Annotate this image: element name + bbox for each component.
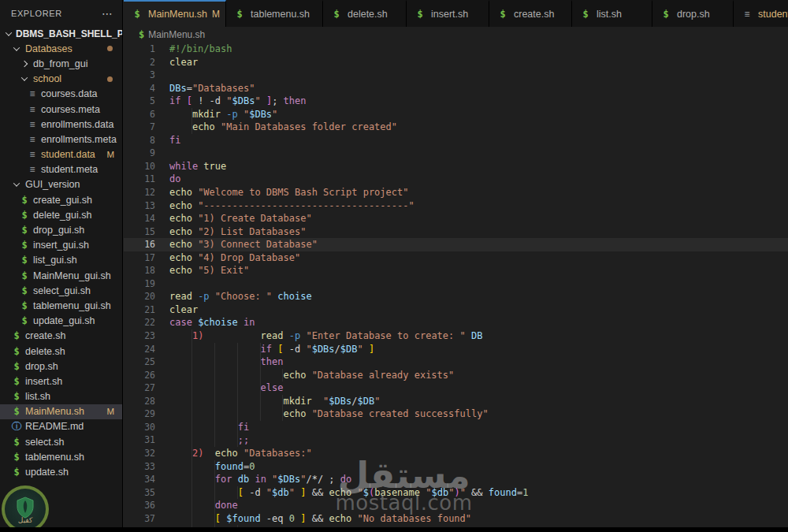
- line-number[interactable]: 20: [124, 290, 155, 303]
- code-line-18[interactable]: 18echo "5) Exit": [124, 264, 788, 277]
- tree-item-db-from-gui[interactable]: db_from_gui: [0, 56, 122, 71]
- tab-drop-sh[interactable]: $drop.sh: [652, 0, 734, 27]
- tree-item-databases[interactable]: Databases: [0, 41, 122, 56]
- more-actions-icon[interactable]: ⋯: [100, 9, 114, 17]
- code-line-32[interactable]: 32 2) echo "Databases:": [124, 447, 788, 460]
- tree-item-readme-md[interactable]: ⓘREADME.md: [0, 419, 122, 434]
- tree-item-drop-sh[interactable]: $drop.sh: [0, 359, 122, 374]
- tree-item-dbms-bash-shell-proj[interactable]: DBMS_BASH_SHELL_PROJ...: [0, 26, 122, 41]
- line-number[interactable]: 29: [124, 407, 155, 421]
- tree-item-tablemenu-sh[interactable]: $tablemenu.sh: [0, 449, 122, 464]
- code-line-5[interactable]: 5if [ ! -d "$DBs" ]; then: [124, 95, 788, 108]
- breadcrumb[interactable]: $ MainMenu.sh: [124, 27, 788, 43]
- tree-item-tablemenu-gui-sh[interactable]: $tablemenu_gui.sh: [0, 298, 122, 313]
- tree-item-enrollments-data[interactable]: ≡enrollments.data: [0, 117, 122, 132]
- line-number[interactable]: 32: [124, 447, 155, 460]
- code-line-20[interactable]: 20read -p "Choose: " choise: [124, 290, 788, 303]
- code-line-25[interactable]: 25 then: [124, 355, 788, 369]
- code-line-29[interactable]: 29 echo "Database created successfully": [124, 407, 788, 421]
- tree-item-insert-gui-sh[interactable]: $insert_gui.sh: [0, 238, 122, 253]
- line-number[interactable]: 13: [124, 199, 155, 213]
- tree-item-school[interactable]: school: [0, 72, 122, 87]
- tree-item-update-gui-sh[interactable]: $update_gui.sh: [0, 314, 122, 329]
- tree-item-select-sh[interactable]: $select.sh: [0, 434, 122, 449]
- code-line-7[interactable]: 7 echo "Main Databases folder created": [124, 121, 788, 134]
- line-number[interactable]: 9: [124, 147, 155, 160]
- code-line-9[interactable]: 9: [124, 147, 788, 160]
- code-line-14[interactable]: 14echo "1) Create Database": [124, 212, 788, 225]
- tree-item-update-sh[interactable]: $update.sh: [0, 464, 122, 479]
- line-number[interactable]: 16: [124, 238, 155, 251]
- line-number[interactable]: 1: [124, 43, 155, 56]
- tab-tablemenu-sh[interactable]: $tablemenu.sh: [226, 0, 323, 27]
- line-number[interactable]: 23: [124, 329, 155, 343]
- line-number[interactable]: 10: [124, 160, 155, 173]
- code-line-34[interactable]: 34 for db in "$DBs"/*/ ; do: [124, 473, 788, 486]
- code-area[interactable]: 1#!/bin/bash2clear34DBs="Databases"5if […: [124, 43, 788, 532]
- tree-item-gui-version[interactable]: GUI_version: [0, 177, 122, 192]
- line-number[interactable]: 6: [124, 108, 155, 121]
- line-number[interactable]: 26: [124, 369, 155, 382]
- code-line-33[interactable]: 33 found=0: [124, 460, 788, 474]
- line-number[interactable]: 7: [124, 121, 155, 134]
- code-line-26[interactable]: 26 echo "Database already exists": [124, 369, 788, 382]
- code-line-19[interactable]: 19: [124, 277, 788, 291]
- line-number[interactable]: 28: [124, 395, 155, 408]
- code-line-2[interactable]: 2clear: [124, 56, 788, 69]
- code-line-17[interactable]: 17echo "4) Drop Database": [124, 251, 788, 265]
- tree-item-delete-sh[interactable]: $delete.sh: [0, 344, 122, 359]
- code-line-12[interactable]: 12echo "Welcome to DBMS Bash Script proj…: [124, 186, 788, 199]
- code-line-35[interactable]: 35 [ -d "$db" ] && echo "$(basename "$db…: [124, 486, 788, 500]
- tree-item-delete-gui-sh[interactable]: $delete_gui.sh: [0, 207, 122, 222]
- line-number[interactable]: 15: [124, 225, 155, 239]
- code-line-16[interactable]: 16echo "3) Connect Database": [124, 238, 788, 251]
- tab-create-sh[interactable]: $create.sh: [489, 0, 572, 27]
- tree-item-list-sh[interactable]: $list.sh: [0, 389, 122, 404]
- line-number[interactable]: 14: [124, 212, 155, 225]
- code-line-28[interactable]: 28 mkdir "$DBs/$DB": [124, 395, 788, 408]
- tree-item-select-gui-sh[interactable]: $select_gui.sh: [0, 283, 122, 298]
- tab-insert-sh[interactable]: $insert.sh: [407, 0, 489, 27]
- line-number[interactable]: 11: [124, 173, 155, 186]
- line-number[interactable]: 25: [124, 355, 155, 369]
- tree-item-create-gui-sh[interactable]: $create_gui.sh: [0, 192, 122, 207]
- code-line-27[interactable]: 27 else: [124, 381, 788, 395]
- code-line-4[interactable]: 4DBs="Databases": [124, 82, 788, 95]
- code-line-3[interactable]: 3: [124, 69, 788, 82]
- code-line-23[interactable]: 23 1) read -p "Enter Database to create:…: [124, 329, 788, 343]
- line-number[interactable]: 21: [124, 303, 155, 317]
- code-line-22[interactable]: 22case $choise in: [124, 316, 788, 329]
- tree-item-courses-meta[interactable]: ≡courses.meta: [0, 102, 122, 117]
- tree-item-create-sh[interactable]: $create.sh: [0, 329, 122, 344]
- line-number[interactable]: 8: [124, 134, 155, 147]
- line-number[interactable]: 3: [124, 69, 155, 82]
- code-line-24[interactable]: 24 if [ -d "$DBs/$DB" ]: [124, 343, 788, 356]
- tree-item-student-data[interactable]: ≡student.dataM: [0, 147, 122, 162]
- tab-student[interactable]: ≡student: [734, 0, 788, 27]
- tree-item-mainmenu-sh[interactable]: $MainMenu.shM: [0, 404, 122, 419]
- line-number[interactable]: 33: [124, 460, 155, 474]
- line-number[interactable]: 24: [124, 343, 155, 356]
- tree-item-insert-sh[interactable]: $insert.sh: [0, 374, 122, 389]
- tree-item-courses-data[interactable]: ≡courses.data: [0, 87, 122, 102]
- line-number[interactable]: 27: [124, 381, 155, 395]
- tab-mainmenu-sh[interactable]: $MainMenu.shM×: [124, 0, 226, 27]
- code-line-13[interactable]: 13echo "--------------------------------…: [124, 199, 788, 213]
- line-number[interactable]: 12: [124, 186, 155, 199]
- line-number[interactable]: 17: [124, 251, 155, 265]
- code-line-8[interactable]: 8fi: [124, 134, 788, 147]
- tree-item-list-gui-sh[interactable]: $list_gui.sh: [0, 253, 122, 268]
- tree-item-student-meta[interactable]: ≡student.meta: [0, 162, 122, 177]
- line-number[interactable]: 19: [124, 277, 155, 291]
- code-line-6[interactable]: 6 mkdir -p "$DBs": [124, 108, 788, 121]
- line-number[interactable]: 37: [124, 512, 155, 526]
- code-line-11[interactable]: 11do: [124, 173, 788, 186]
- code-line-31[interactable]: 31 ;;: [124, 433, 788, 447]
- line-number[interactable]: 22: [124, 316, 155, 329]
- tree-item-enrollments-meta[interactable]: ≡enrollments.meta: [0, 132, 122, 147]
- code-line-37[interactable]: 37 [ $found -eq 0 ] && echo "No database…: [124, 512, 788, 526]
- tree-item-drop-gui-sh[interactable]: $drop_gui.sh: [0, 222, 122, 237]
- line-number[interactable]: 30: [124, 421, 155, 434]
- code-line-1[interactable]: 1#!/bin/bash: [124, 43, 788, 56]
- line-number[interactable]: 5: [124, 95, 155, 108]
